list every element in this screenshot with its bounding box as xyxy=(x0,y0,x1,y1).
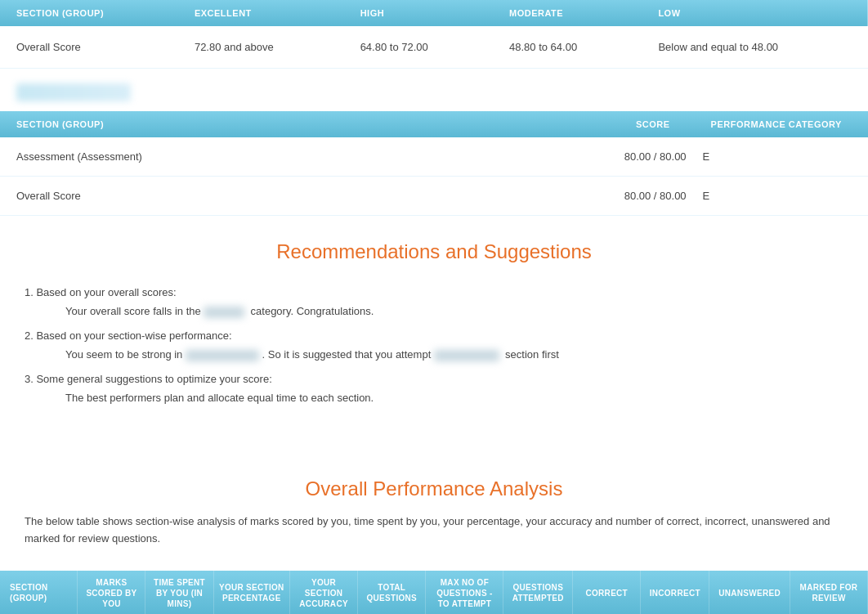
range-excellent: 72.80 and above xyxy=(178,26,344,69)
opa-title: Overall Performance Analysis xyxy=(25,477,843,500)
opa-section: Overall Performance Analysis The below t… xyxy=(0,461,868,571)
rec-number-3: 3. Some general suggestions to optimize … xyxy=(25,373,272,385)
blurred-attempt-section xyxy=(434,350,499,361)
range-low: Below and equal to 48.00 xyxy=(642,26,868,69)
ranges-col-low: LOW xyxy=(642,0,868,26)
range-high: 64.80 to 72.00 xyxy=(344,26,493,69)
perf-category-assessment: E xyxy=(695,137,868,177)
opa-col-pct: YOUR SECTION PERCENTAGE xyxy=(213,571,289,614)
performance-table: SECTION (GROUP) SCORE PERFORMANCE CATEGO… xyxy=(0,111,868,216)
perf-col-section: SECTION (GROUP) xyxy=(0,111,521,137)
opa-col-section: SECTION (GROUP) xyxy=(0,571,78,614)
rec-sub-3: The best performers plan and allocate eq… xyxy=(25,388,843,407)
opa-col-marks: MARKS SCORED BY YOU xyxy=(78,571,145,614)
ranges-col-section: SECTION (GROUP) xyxy=(0,0,178,26)
rec-sub-1: Your overall score falls in the category… xyxy=(25,302,843,320)
perf-section-assessment: Assessment (Assessment) xyxy=(0,137,521,177)
table-row: Overall Score 72.80 and above 64.80 to 7… xyxy=(0,26,868,69)
opa-col-acc: YOUR SECTION ACCURACY xyxy=(290,571,358,614)
perf-score-overall: 80.00 / 80.00 xyxy=(521,177,694,216)
page-wrapper: SECTION (GROUP) EXCELLENT HIGH MODERATE … xyxy=(0,0,868,614)
opa-col-attempted: QUESTIONS ATTEMPTED xyxy=(503,571,573,614)
range-section: Overall Score xyxy=(0,26,178,69)
blurred-category xyxy=(204,307,244,318)
blurred-section-label xyxy=(16,83,131,101)
table-row: Overall Score 80.00 / 80.00 E xyxy=(0,177,868,216)
rec-item-2: 2. Based on your section-wise performanc… xyxy=(25,326,843,365)
opa-description: The below table shows section-wise analy… xyxy=(25,513,843,548)
rec-number-2: 2. Based on your section-wise performanc… xyxy=(25,329,232,342)
ranges-col-excellent: EXCELLENT xyxy=(178,0,344,26)
table-row: Assessment (Assessment) 80.00 / 80.00 E xyxy=(0,137,868,177)
opa-col-review: MARKED FOR REVIEW xyxy=(790,571,868,614)
ranges-col-moderate: MODERATE xyxy=(493,0,642,26)
rec-sub-2: You seem to be strong in . So it is sugg… xyxy=(25,345,843,364)
opa-col-max: MAX NO OF QUESTIONS - TO ATTEMPT xyxy=(426,571,503,614)
opa-col-total: TOTAL QUESTIONS xyxy=(358,571,426,614)
opa-table: SECTION (GROUP) MARKS SCORED BY YOU TIME… xyxy=(0,571,868,614)
ranges-col-high: HIGH xyxy=(344,0,493,26)
rec-item-1: 1. Based on your overall scores: Your ov… xyxy=(25,283,843,321)
opa-col-unanswered: UNANSWERED xyxy=(709,571,790,614)
perf-section-overall: Overall Score xyxy=(0,177,521,216)
recommendations-title: Recommendations and Suggestions xyxy=(25,240,843,263)
ranges-table: SECTION (GROUP) EXCELLENT HIGH MODERATE … xyxy=(0,0,868,69)
perf-col-score: SCORE xyxy=(521,111,694,137)
spacer xyxy=(0,428,868,461)
rec-number-1: 1. Based on your overall scores: xyxy=(25,286,177,298)
range-moderate: 48.80 to 64.00 xyxy=(493,26,642,69)
perf-category-overall: E xyxy=(695,177,868,216)
opa-col-incorrect: INCORRECT xyxy=(641,571,709,614)
rec-content: 1. Based on your overall scores: Your ov… xyxy=(25,283,843,407)
recommendations-section: Recommendations and Suggestions 1. Based… xyxy=(0,216,868,428)
opa-col-time: TIME SPENT BY YOU (IN MINS) xyxy=(145,571,213,614)
opa-col-correct: CORRECT xyxy=(573,571,641,614)
perf-score-assessment: 80.00 / 80.00 xyxy=(521,137,694,177)
rec-item-3: 3. Some general suggestions to optimize … xyxy=(25,370,843,408)
perf-col-category: PERFORMANCE CATEGORY xyxy=(695,111,868,137)
blurred-strong-section xyxy=(186,350,259,361)
